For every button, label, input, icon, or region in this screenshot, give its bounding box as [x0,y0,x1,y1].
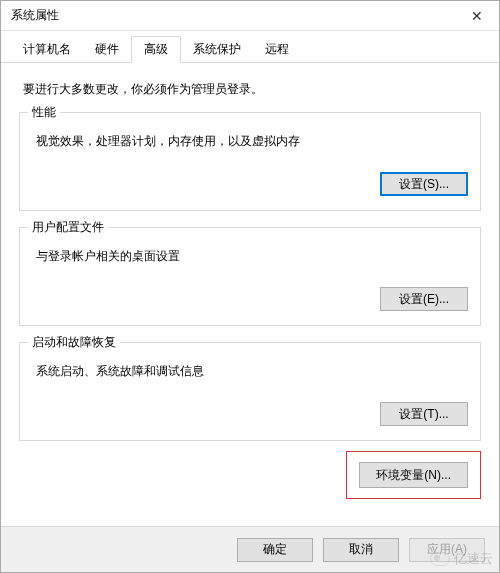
tab-system-protection[interactable]: 系统保护 [181,37,253,62]
performance-settings-button[interactable]: 设置(S)... [380,172,468,196]
ok-button[interactable]: 确定 [237,538,313,562]
close-button[interactable]: ✕ [454,1,499,31]
group-performance-desc: 视觉效果，处理器计划，内存使用，以及虚拟内存 [36,133,468,150]
group-performance: 性能 视觉效果，处理器计划，内存使用，以及虚拟内存 设置(S)... [19,112,481,211]
system-properties-dialog: 系统属性 ✕ 计算机名 硬件 高级 系统保护 远程 要进行大多数更改，你必须作为… [0,0,500,573]
tab-computer-name[interactable]: 计算机名 [11,37,83,62]
group-performance-title: 性能 [28,104,60,121]
user-profiles-settings-button[interactable]: 设置(E)... [380,287,468,311]
admin-notice: 要进行大多数更改，你必须作为管理员登录。 [23,81,477,98]
group-user-profiles: 用户配置文件 与登录帐户相关的桌面设置 设置(E)... [19,227,481,326]
tab-hardware[interactable]: 硬件 [83,37,131,62]
titlebar: 系统属性 ✕ [1,1,499,31]
highlight-annotation: 环境变量(N)... [346,451,481,499]
tab-remote[interactable]: 远程 [253,37,301,62]
group-startup-recovery-title: 启动和故障恢复 [28,334,120,351]
tab-content-advanced: 要进行大多数更改，你必须作为管理员登录。 性能 视觉效果，处理器计划，内存使用，… [1,63,499,526]
tabs-row: 计算机名 硬件 高级 系统保护 远程 [1,31,499,63]
group-user-profiles-title: 用户配置文件 [28,219,108,236]
env-variables-row: 环境变量(N)... [19,451,481,505]
tab-advanced[interactable]: 高级 [131,36,181,63]
window-title: 系统属性 [11,7,59,24]
group-startup-recovery: 启动和故障恢复 系统启动、系统故障和调试信息 设置(T)... [19,342,481,441]
group-user-profiles-desc: 与登录帐户相关的桌面设置 [36,248,468,265]
environment-variables-button[interactable]: 环境变量(N)... [359,462,468,488]
apply-button: 应用(A) [409,538,485,562]
startup-recovery-settings-button[interactable]: 设置(T)... [380,402,468,426]
group-startup-recovery-desc: 系统启动、系统故障和调试信息 [36,363,468,380]
dialog-button-bar: 确定 取消 应用(A) 亿速云 [1,526,499,572]
cancel-button[interactable]: 取消 [323,538,399,562]
close-icon: ✕ [471,8,483,24]
